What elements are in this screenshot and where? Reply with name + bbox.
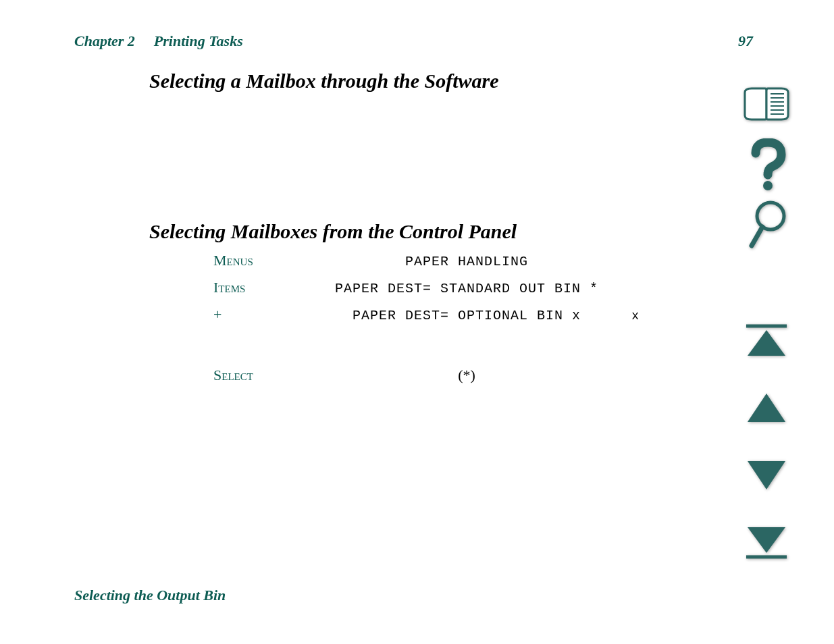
go-prev-button[interactable] [742, 385, 791, 433]
svg-marker-12 [748, 461, 785, 489]
table-row: Menus PAPER HANDLING [213, 252, 639, 279]
footer-topic: Selecting the Output Bin [74, 587, 226, 604]
svg-marker-11 [748, 394, 785, 422]
svg-point-6 [763, 181, 773, 190]
page-number: 97 [738, 32, 753, 50]
header-left: Chapter 2 Printing Tasks [74, 32, 243, 50]
go-last-button[interactable] [742, 520, 791, 568]
section-label: Printing Tasks [154, 32, 243, 50]
go-last-icon [745, 526, 788, 562]
search-icon [746, 200, 787, 254]
table-row: Items PAPER DEST= STANDARD OUT BIN * [213, 279, 639, 306]
svg-line-8 [752, 227, 762, 246]
toc-button[interactable] [742, 81, 791, 130]
heading-control-panel-mailbox: Selecting Mailboxes from the Control Pan… [149, 220, 517, 243]
row-label-plus: + [213, 306, 321, 323]
row-value: PAPER HANDLING [321, 254, 612, 269]
book-icon [742, 86, 791, 125]
row-label-select: Select [213, 367, 321, 384]
row-value: (*) [321, 367, 612, 384]
row-suffix: x [612, 309, 639, 323]
table-row-spacer [213, 333, 639, 367]
go-next-button[interactable] [742, 452, 791, 501]
table-row: Select (*) [213, 367, 639, 394]
table-row: + PAPER DEST= OPTIONAL BIN x x [213, 306, 639, 333]
go-next-icon [745, 460, 788, 493]
search-button[interactable] [742, 203, 791, 251]
chapter-label: Chapter 2 [74, 32, 135, 50]
row-label-menus: Menus [213, 252, 321, 269]
go-first-button[interactable] [742, 317, 791, 366]
svg-marker-10 [748, 330, 785, 356]
svg-marker-13 [748, 527, 785, 553]
go-first-icon [745, 323, 788, 360]
help-button[interactable] [742, 142, 791, 190]
nav-sidebar [739, 81, 793, 587]
row-value: PAPER DEST= STANDARD OUT BIN * [321, 281, 612, 296]
control-panel-table: Menus PAPER HANDLING Items PAPER DEST= S… [213, 252, 639, 394]
row-label-items: Items [213, 279, 321, 296]
help-icon [746, 138, 787, 194]
page-header: Chapter 2 Printing Tasks 97 [74, 32, 753, 50]
go-prev-icon [745, 392, 788, 426]
heading-software-mailbox: Selecting a Mailbox through the Software [149, 70, 499, 92]
row-value: PAPER DEST= OPTIONAL BIN x [321, 308, 612, 323]
